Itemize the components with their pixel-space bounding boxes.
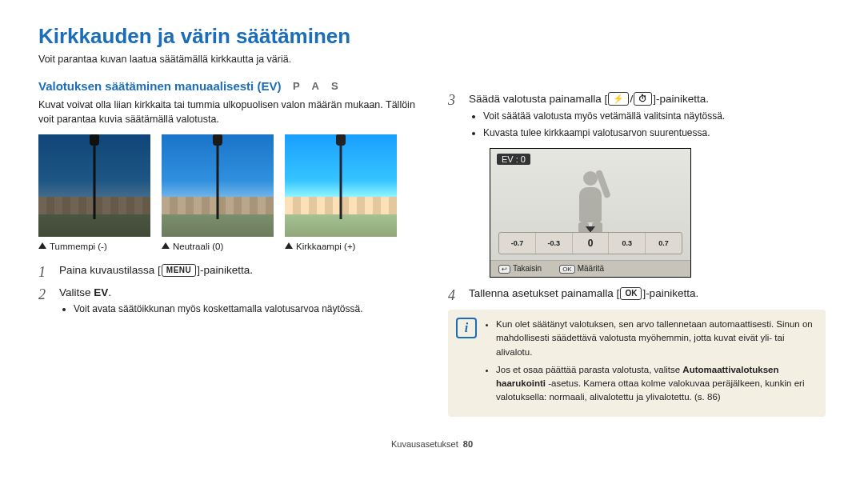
mode-badges: P A S [293,80,343,92]
caption-darker: Tummempi (-) [50,242,107,251]
ev-display-preview: EV : 0 -0.7 -0.3 0 0.3 0.7 [490,148,691,278]
ev-value-label: EV : 0 [497,154,530,165]
thumb-darker: Tummempi (-) [38,134,150,251]
step-3-sub-2: Kuvasta tulee kirkkaampi valotusarvon su… [483,126,826,140]
section-heading-ev: Valotuksen säätäminen manuaalisesti (EV) [38,79,281,93]
exposure-triptych: Tummempi (-) Neutraali (0) Kirkkaampi (+… [38,134,416,251]
timer-key-icon [634,92,652,106]
menu-key-icon: MENU [162,264,196,277]
thumb-brighter: Kirkkaampi (+) [285,134,397,251]
step-3: Säädä valotusta painamalla [/]-painikett… [448,92,826,278]
step-4: Tallenna asetukset painamalla [OK]-paini… [448,287,826,300]
subtitle: Voit parantaa kuvan laatua säätämällä ki… [38,54,826,65]
ev-description: Kuvat voivat olla liian kirkkaita tai tu… [38,98,416,126]
flash-key-icon [608,92,629,106]
caption-brighter: Kirkkaampi (+) [296,242,355,251]
caption-neutral: Neutraali (0) [173,242,223,251]
triangle-icon [285,242,293,249]
ok-icon: OK [559,265,575,274]
steps-left: Paina kuvaustilassa [MENU]-painiketta. V… [38,264,416,316]
step-2: Valitse EV. Voit avata säätöikkunan myös… [38,286,416,316]
ev-footer-bar: ↩Takaisin OKMääritä [490,260,690,277]
steps-right: Säädä valotusta painamalla [/]-painikett… [448,92,826,300]
ev-scale: -0.7 -0.3 0 0.3 0.7 [498,232,682,254]
note-1: Kun olet säätänyt valotuksen, sen arvo t… [496,318,816,359]
right-column: Säädä valotusta painamalla [/]-painikett… [448,79,826,417]
ok-key-icon: OK [620,287,642,300]
note-2: Jos et osaa päättää parasta valotusta, v… [496,363,816,405]
note-icon: i [456,318,477,338]
page-title: Kirkkauden ja värin säätäminen [38,24,826,49]
back-icon: ↩ [498,265,510,274]
thumb-neutral: Neutraali (0) [162,134,274,251]
page-footer: Kuvausasetukset 80 [38,439,826,449]
step-3-sub-1: Voit säätää valotusta myös vetämällä val… [483,109,826,123]
note-box: i Kun olet säätänyt valotuksen, sen arvo… [448,310,826,417]
step-2-sub: Voit avata säätöikkunan myös koskettamal… [74,302,416,316]
triangle-icon [38,242,46,249]
left-column: Valotuksen säätäminen manuaalisesti (EV)… [38,79,416,417]
step-1: Paina kuvaustilassa [MENU]-painiketta. [38,264,416,277]
triangle-icon [162,242,170,249]
